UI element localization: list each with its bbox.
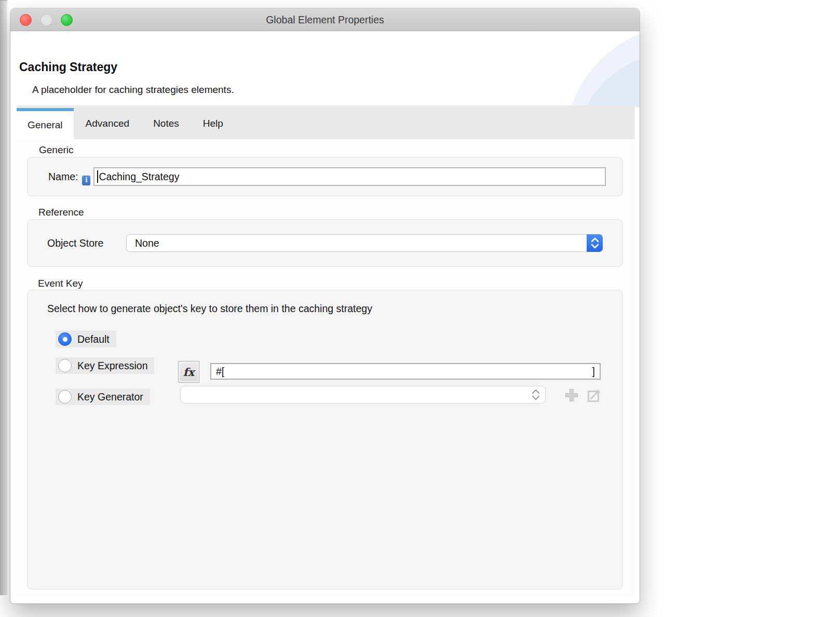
- tab-general[interactable]: General: [17, 108, 74, 139]
- reference-groupbox: Object Store None: [27, 219, 623, 267]
- name-input[interactable]: Caching_Strategy: [93, 167, 606, 186]
- section-title-reference: Reference: [38, 207, 84, 218]
- object-store-label: Object Store: [47, 237, 126, 249]
- event-key-description: Select how to generate object's key to s…: [47, 303, 372, 315]
- key-expression-input[interactable]: #[ ]: [210, 363, 601, 380]
- radio-key-expression[interactable]: Key Expression: [56, 357, 154, 374]
- expression-fx-button[interactable]: fx: [178, 361, 199, 383]
- text-cursor: [97, 170, 98, 183]
- name-input-value: Caching_Strategy: [99, 171, 179, 183]
- section-title-event-key: Event Key: [38, 278, 83, 289]
- tab-help[interactable]: Help: [191, 108, 235, 139]
- radio-unselected-icon[interactable]: [58, 359, 72, 372]
- dialog-title: Caching Strategy: [19, 60, 117, 74]
- fx-icon: fx: [183, 366, 195, 379]
- dialog-header: Caching Strategy A placeholder for cachi…: [10, 31, 640, 107]
- titlebar[interactable]: Global Element Properties: [10, 8, 640, 31]
- add-icon: [564, 388, 579, 403]
- event-key-groupbox: Select how to generate object's key to s…: [27, 290, 623, 589]
- radio-unselected-icon[interactable]: [58, 390, 72, 404]
- radio-key-generator[interactable]: Key Generator: [56, 388, 150, 405]
- expression-prefix: #[: [216, 366, 224, 378]
- tab-advanced[interactable]: Advanced: [74, 108, 142, 139]
- background-window-edge: [0, 0, 7, 595]
- section-title-generic: Generic: [39, 144, 74, 156]
- tab-bar: General Advanced Notes Help: [17, 105, 634, 139]
- generic-groupbox: Name: i Caching_Strategy: [27, 157, 623, 196]
- name-label: Name:: [48, 171, 78, 183]
- edit-icon: [587, 388, 602, 403]
- radio-selected-icon[interactable]: [58, 332, 72, 346]
- dialog-description: A placeholder for caching strategies ele…: [32, 84, 234, 96]
- screen: Global Element Properties Caching Strate…: [0, 0, 840, 617]
- chevron-up-down-icon[interactable]: [587, 234, 603, 252]
- info-icon: i: [82, 176, 90, 185]
- chevron-up-down-icon-disabled: [531, 386, 540, 403]
- header-swoosh-decoration: [557, 31, 640, 107]
- window-title: Global Element Properties: [10, 8, 640, 31]
- key-generator-select[interactable]: [180, 386, 546, 404]
- radio-default[interactable]: Default: [56, 331, 116, 347]
- expression-suffix: ]: [592, 366, 595, 378]
- object-store-select[interactable]: None: [126, 234, 603, 252]
- object-store-selected-value: None: [127, 237, 159, 249]
- tab-notes[interactable]: Notes: [141, 108, 191, 139]
- global-element-properties-dialog: Global Element Properties Caching Strate…: [10, 8, 640, 603]
